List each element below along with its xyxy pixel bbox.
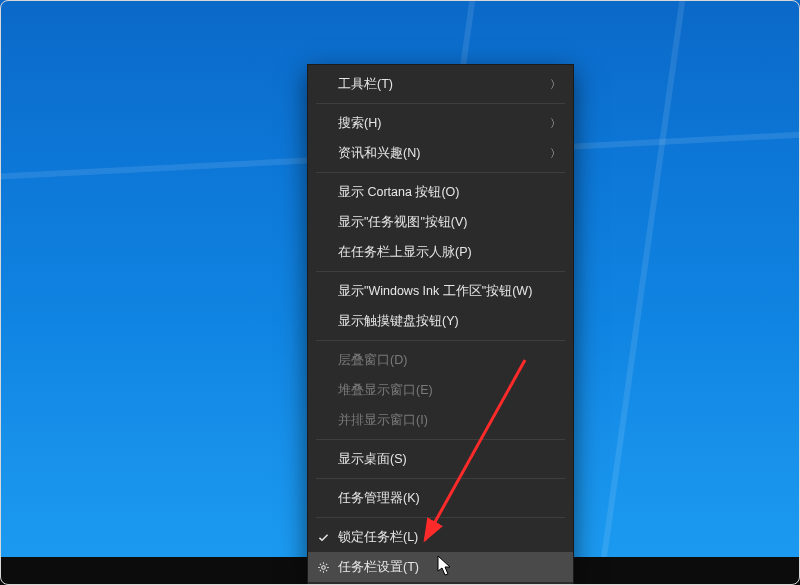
- menu-item-label: 显示桌面(S): [338, 451, 561, 468]
- menu-item-cortana[interactable]: 显示 Cortana 按钮(O): [308, 177, 573, 207]
- menu-item-label: 显示"任务视图"按钮(V): [338, 214, 561, 231]
- menu-item-label: 搜索(H): [338, 115, 550, 132]
- menu-separator: [316, 271, 565, 272]
- gear-icon: [316, 560, 330, 574]
- menu-item-people[interactable]: 在任务栏上显示人脉(P): [308, 237, 573, 267]
- menu-item-label: 任务管理器(K): [338, 490, 561, 507]
- menu-item-ink[interactable]: 显示"Windows Ink 工作区"按钮(W): [308, 276, 573, 306]
- menu-item-label: 在任务栏上显示人脉(P): [338, 244, 561, 261]
- menu-item-toolbars[interactable]: 工具栏(T)〉: [308, 69, 573, 99]
- menu-item-tb-settings[interactable]: 任务栏设置(T): [308, 552, 573, 582]
- menu-item-label: 显示触摸键盘按钮(Y): [338, 313, 561, 330]
- menu-item-label: 显示 Cortana 按钮(O): [338, 184, 561, 201]
- menu-item-touchkbd[interactable]: 显示触摸键盘按钮(Y): [308, 306, 573, 336]
- menu-item-lockbar[interactable]: 锁定任务栏(L): [308, 522, 573, 552]
- menu-item-label: 堆叠显示窗口(E): [338, 382, 561, 399]
- menu-item-news[interactable]: 资讯和兴趣(N)〉: [308, 138, 573, 168]
- menu-item-sidebyside: 并排显示窗口(I): [308, 405, 573, 435]
- menu-item-cascade: 层叠窗口(D): [308, 345, 573, 375]
- menu-separator: [316, 478, 565, 479]
- menu-item-label: 显示"Windows Ink 工作区"按钮(W): [338, 283, 561, 300]
- menu-item-showdesktop[interactable]: 显示桌面(S): [308, 444, 573, 474]
- menu-item-label: 锁定任务栏(L): [338, 529, 561, 546]
- chevron-right-icon: 〉: [550, 116, 561, 131]
- menu-item-label: 资讯和兴趣(N): [338, 145, 550, 162]
- wallpaper-beam: [595, 0, 691, 585]
- menu-separator: [316, 340, 565, 341]
- menu-separator: [316, 103, 565, 104]
- chevron-right-icon: 〉: [550, 146, 561, 161]
- menu-separator: [316, 172, 565, 173]
- menu-item-label: 任务栏设置(T): [338, 559, 561, 576]
- menu-separator: [316, 517, 565, 518]
- menu-item-search[interactable]: 搜索(H)〉: [308, 108, 573, 138]
- menu-item-label: 并排显示窗口(I): [338, 412, 561, 429]
- taskbar-context-menu: 工具栏(T)〉搜索(H)〉资讯和兴趣(N)〉显示 Cortana 按钮(O)显示…: [307, 64, 574, 585]
- menu-item-taskview[interactable]: 显示"任务视图"按钮(V): [308, 207, 573, 237]
- menu-item-label: 层叠窗口(D): [338, 352, 561, 369]
- menu-item-label: 工具栏(T): [338, 76, 550, 93]
- svg-point-0: [321, 565, 325, 569]
- menu-item-stacked: 堆叠显示窗口(E): [308, 375, 573, 405]
- chevron-right-icon: 〉: [550, 77, 561, 92]
- menu-separator: [316, 439, 565, 440]
- menu-item-taskmgr[interactable]: 任务管理器(K): [308, 483, 573, 513]
- check-icon: [316, 530, 330, 544]
